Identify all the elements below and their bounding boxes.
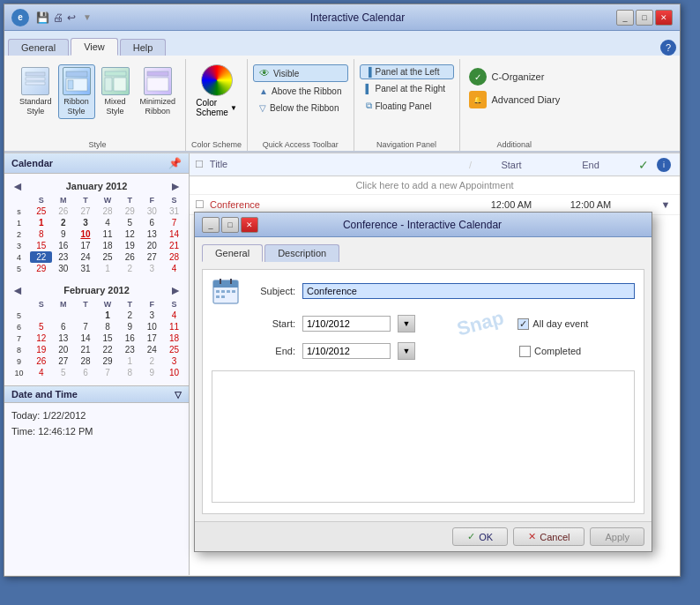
calendar-day[interactable]: 17 [74,240,96,251]
quick-print-icon[interactable]: 🖨 [53,11,63,24]
next-month-button[interactable]: ► [169,179,182,193]
calendar-day[interactable]: 24 [141,344,163,355]
calendar-day[interactable]: 5 [119,217,141,228]
close-button[interactable]: ✕ [655,10,673,26]
panel-pin-icon[interactable]: 📌 [168,157,182,169]
calendar-day[interactable]: 1 [97,263,119,274]
calendar-day[interactable]: 29 [30,263,52,274]
feb-next-button[interactable]: ► [169,283,182,297]
dialog-maximize-button[interactable]: □ [221,217,239,233]
calendar-day[interactable]: 25 [30,205,52,217]
tab-general[interactable]: General [8,39,69,56]
start-date-picker-button[interactable]: ▼ [398,315,415,332]
quick-save-icon[interactable]: 💾 [36,11,49,24]
end-date-picker-button[interactable]: ▼ [398,342,415,360]
datetime-collapse-icon[interactable]: ▽ [175,390,182,400]
calendar-day[interactable]: 1 [119,355,141,367]
dialog-minimize-button[interactable]: _ [202,217,220,233]
calendar-day[interactable]: 5 [52,367,74,378]
calendar-day[interactable]: 17 [141,332,163,344]
calendar-day[interactable]: 9 [141,367,163,378]
calendar-day[interactable]: 3 [141,310,163,321]
calendar-day[interactable]: 3 [163,355,185,367]
panel-right-button[interactable]: ▌ Panel at the Right [360,81,454,96]
calendar-day[interactable] [52,310,74,321]
calendar-day[interactable]: 23 [119,344,141,355]
calendar-day[interactable]: 25 [97,251,119,263]
calendar-day[interactable]: 27 [74,205,96,217]
calendar-day[interactable]: 21 [163,240,185,251]
calendar-day[interactable]: 8 [30,228,52,240]
calendar-day[interactable]: 30 [141,205,163,217]
dialog-tab-description[interactable]: Description [264,244,339,262]
calendar-day[interactable]: 31 [163,205,185,217]
calendar-day[interactable]: 29 [97,355,119,367]
calendar-day[interactable]: 7 [163,217,185,228]
calendar-day[interactable]: 22 [97,344,119,355]
calendar-day[interactable]: 21 [74,344,96,355]
calendar-day[interactable]: 28 [97,205,119,217]
calendar-day[interactable]: 2 [119,263,141,274]
calendar-day[interactable]: 9 [119,321,141,332]
minimize-button[interactable]: _ [616,10,634,26]
calendar-day[interactable]: 15 [97,332,119,344]
calendar-day[interactable]: 14 [74,332,96,344]
calendar-day[interactable]: 15 [30,240,52,251]
calendar-day[interactable]: 7 [97,367,119,378]
calendar-day[interactable]: 25 [163,344,185,355]
apply-button[interactable]: Apply [590,527,644,546]
calendar-day[interactable]: 7 [74,321,96,332]
calendar-day[interactable]: 11 [163,321,185,332]
calendar-day[interactable]: 1 [30,217,52,228]
end-date-input[interactable] [302,343,391,359]
calendar-day[interactable]: 4 [30,367,52,378]
standard-style-button[interactable]: StandardStyle [15,64,56,119]
calendar-day[interactable]: 28 [163,251,185,263]
calendar-day[interactable]: 31 [74,263,96,274]
calendar-day[interactable]: 4 [163,310,185,321]
c-organizer-button[interactable]: ✓ C-Organizer [469,68,545,86]
calendar-day[interactable]: 8 [97,321,119,332]
calendar-day[interactable]: 20 [141,240,163,251]
mixed-style-button[interactable]: MixedStyle [97,64,134,119]
calendar-day[interactable]: 10 [163,367,185,378]
calendar-day[interactable]: 10 [74,228,96,240]
event-expand-icon[interactable]: ▼ [657,199,674,210]
calendar-day[interactable]: 13 [52,332,74,344]
calendar-day[interactable] [30,310,52,321]
start-date-input[interactable] [302,316,391,332]
calendar-day[interactable]: 22 [30,251,52,263]
calendar-day[interactable]: 3 [74,217,96,228]
calendar-day[interactable]: 10 [141,321,163,332]
add-appointment-row[interactable]: Click here to add a new Appointment [190,176,680,195]
calendar-day[interactable]: 18 [163,332,185,344]
calendar-day[interactable]: 29 [119,205,141,217]
all-day-checkbox[interactable]: ✓ [518,318,529,330]
calendar-day[interactable]: 26 [30,355,52,367]
calendar-day[interactable]: 28 [74,355,96,367]
event-checkbox[interactable]: ☐ [195,198,205,211]
calendar-day[interactable]: 5 [30,321,52,332]
panel-left-button[interactable]: ▐ Panel at the Left [360,64,454,79]
prev-month-button[interactable]: ◄ [11,179,24,193]
calendar-day[interactable]: 13 [141,228,163,240]
calendar-day[interactable]: 20 [52,344,74,355]
calendar-day[interactable]: 27 [141,251,163,263]
calendar-day[interactable]: 19 [30,344,52,355]
subject-input[interactable] [302,283,635,299]
calendar-day[interactable]: 2 [52,217,74,228]
color-scheme-button[interactable]: ColorScheme ▼ [196,98,237,117]
advanced-diary-button[interactable]: 🔔 Advanced Diary [469,91,561,108]
calendar-day[interactable]: 16 [119,332,141,344]
cancel-button[interactable]: ✕ Cancel [513,527,585,546]
calendar-day[interactable] [74,310,96,321]
calendar-day[interactable]: 6 [141,217,163,228]
color-scheme-dropdown[interactable]: ▼ [230,104,237,112]
completed-checkbox[interactable] [519,346,531,357]
ok-button[interactable]: ✓ OK [452,527,508,546]
tab-view[interactable]: View [71,38,118,56]
calendar-day[interactable]: 12 [30,332,52,344]
calendar-day[interactable]: 23 [52,251,74,263]
quick-undo-icon[interactable]: ↩ [67,11,76,24]
calendar-day[interactable]: 6 [74,367,96,378]
